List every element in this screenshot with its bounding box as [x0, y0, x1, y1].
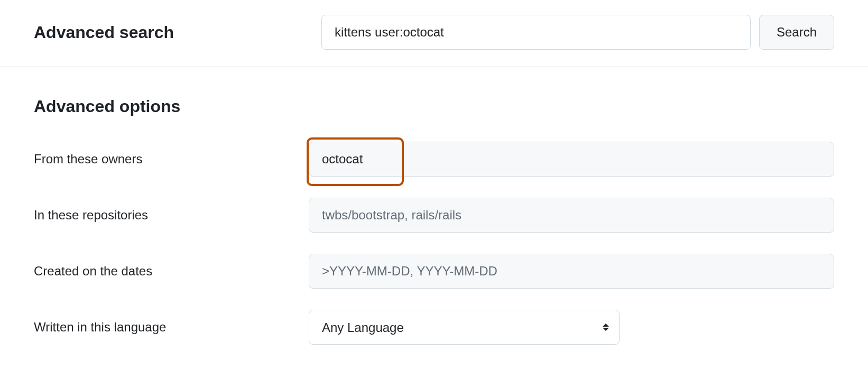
created-input[interactable] [309, 254, 834, 289]
owners-control [309, 142, 834, 177]
search-row: Search [321, 15, 834, 50]
owners-label: From these owners [34, 152, 309, 167]
repositories-control [309, 198, 834, 233]
field-row-owners: From these owners [34, 142, 834, 177]
repositories-input[interactable] [309, 198, 834, 233]
search-button[interactable]: Search [759, 15, 834, 50]
language-label: Written in this language [34, 320, 309, 335]
field-row-language: Written in this language Any Language [34, 310, 834, 345]
search-input[interactable] [321, 15, 751, 50]
options-title: Advanced options [34, 97, 834, 116]
language-select[interactable]: Any Language [309, 310, 620, 345]
field-row-repositories: In these repositories [34, 198, 834, 233]
created-control [309, 254, 834, 289]
language-control: Any Language [309, 310, 834, 345]
repositories-label: In these repositories [34, 208, 309, 223]
page-title: Advanced search [34, 23, 309, 42]
language-select-wrap: Any Language [309, 310, 620, 345]
owners-input[interactable] [309, 142, 834, 177]
created-label: Created on the dates [34, 264, 309, 279]
field-row-created: Created on the dates [34, 254, 834, 289]
search-header: Advanced search Search [0, 0, 868, 67]
advanced-options-section: Advanced options From these owners In th… [0, 67, 868, 387]
